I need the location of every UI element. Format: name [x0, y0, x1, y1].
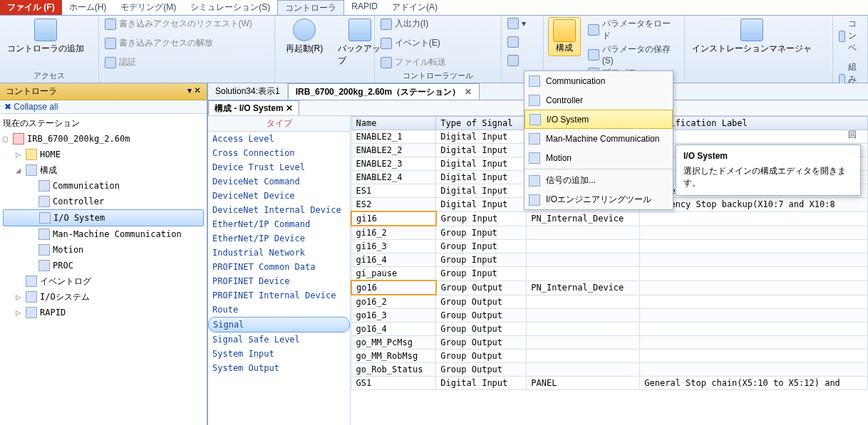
cell-name[interactable]: ENABLE2_1 [351, 130, 436, 144]
table-row[interactable]: go16_3Group Output [351, 309, 868, 322]
cell-name[interactable]: gi_pause [351, 267, 436, 281]
dd-communication[interactable]: Communication [525, 71, 673, 90]
misc1[interactable]: ▾ [506, 17, 527, 30]
restart-button[interactable]: 再起動(R) [279, 17, 329, 56]
cell-name[interactable]: go_Rob_Status [351, 363, 436, 377]
tree-config[interactable]: ◢構成 [3, 162, 204, 178]
tree-eventlog[interactable]: イベントログ [3, 273, 204, 289]
doc-tab-station[interactable]: IRB_6700_200kg_2.60m（ステーション）✕ [288, 83, 480, 100]
misc3[interactable] [506, 54, 520, 67]
tree-cfg-motion[interactable]: Motion [3, 242, 204, 258]
tab-sim[interactable]: シミュレーション(S) [183, 0, 277, 15]
tree-cfg-controller[interactable]: Controller [3, 194, 204, 209]
cell-name[interactable]: gi16_2 [351, 226, 436, 240]
dd-io-eng-tool[interactable]: I/Oエンジニアリングツール [525, 190, 673, 209]
cell-name[interactable]: go16_4 [351, 322, 436, 336]
tree-root[interactable]: ▢IRB_6700_200kg_2.60m [3, 131, 204, 147]
type-devicenet-device[interactable]: DeviceNet Device [208, 189, 350, 203]
dd-man-machine-communication[interactable]: Man-Machine Communication [525, 129, 673, 148]
table-row[interactable]: gi_pauseGroup Input [351, 267, 868, 281]
tab-file[interactable]: ファイル (F) [0, 0, 62, 15]
type-system-input[interactable]: System Input [208, 347, 350, 361]
type-ethernet-ip-device[interactable]: EtherNet/IP Device [208, 231, 350, 246]
collapse-all-link[interactable]: ✖ Collapse all [4, 102, 58, 112]
type-cross-connection[interactable]: Cross Connection [208, 146, 350, 160]
tree-cfg-proc[interactable]: PROC [3, 258, 204, 273]
tree-cfg-communication[interactable]: Communication [3, 178, 204, 194]
dd-motion[interactable]: Motion [525, 148, 673, 167]
tree-cfg-i-o-system[interactable]: I/O System [3, 209, 204, 226]
add-controller-button[interactable]: コントローラの追加 [4, 17, 87, 56]
cell-name[interactable]: gi16_3 [351, 240, 436, 253]
col-header[interactable]: Name [351, 117, 436, 130]
construct-button[interactable]: 構成 [548, 17, 581, 56]
type-signal-safe-level[interactable]: Signal Safe Level [208, 332, 350, 347]
doc-tab-solution[interactable]: Solution34:表示1 [208, 83, 288, 100]
cell-name[interactable]: ES2 [351, 198, 436, 212]
panel-close-icon[interactable]: ▾ ✕ [187, 85, 201, 98]
dd-controller[interactable]: Controller [525, 90, 673, 110]
cell-name[interactable]: go16_2 [351, 295, 436, 309]
type-profinet-internal-device[interactable]: PROFINET Internal Device [208, 288, 350, 303]
tab-modeling[interactable]: モデリング(M) [113, 0, 183, 15]
cell-name[interactable]: ENABLE2_2 [351, 144, 436, 157]
io-button[interactable]: 入出力(I) [379, 17, 430, 31]
dd-add-signal[interactable]: 信号の追加... [525, 171, 673, 190]
event-button[interactable]: イベント(E) [379, 36, 442, 50]
table-row[interactable]: gi16_3Group Input [351, 240, 868, 253]
type-industrial-network[interactable]: Industrial Network [208, 246, 350, 260]
table-row[interactable]: go16_2Group Output [351, 295, 868, 309]
type-system-output[interactable]: System Output [208, 361, 350, 375]
type-ethernet-ip-command[interactable]: EtherNet/IP Command [208, 217, 350, 231]
cell-name[interactable]: go16 [351, 280, 436, 295]
table-row[interactable]: gi16Group InputPN_Internal_Device [351, 211, 868, 226]
col-header[interactable]: Identification Label [640, 117, 868, 130]
tab-addin[interactable]: アドイン(A) [385, 0, 445, 15]
table-row[interactable]: go_MM_PcMsgGroup Output [351, 336, 868, 350]
save-params[interactable]: パラメータの保存(S) [587, 43, 680, 66]
install-mgr-button[interactable]: インストレーションマネージャ [689, 17, 815, 56]
table-row[interactable]: go_MM_RobMsgGroup Output [351, 350, 868, 363]
sub-tab-config[interactable]: 構成 - I/O System ✕ [208, 100, 299, 115]
type-route[interactable]: Route [208, 303, 350, 317]
tree-cfg-man-machine-communication[interactable]: Man-Machine Communication [3, 226, 204, 242]
cell-name[interactable]: go_MM_RobMsg [351, 350, 436, 363]
table-row[interactable]: go_Rob_StatusGroup Output [351, 363, 868, 377]
table-row[interactable]: gi16_2Group Input [351, 226, 868, 240]
dd-i-o-system[interactable]: I/O System [525, 110, 673, 129]
rel-write-access[interactable]: 書き込みアクセスの解放 [103, 36, 215, 50]
type-devicenet-internal-device[interactable]: DeviceNet Internal Device [208, 203, 350, 217]
auth[interactable]: 認証 [103, 56, 138, 69]
cell-name[interactable]: go16_3 [351, 309, 436, 322]
cell-name[interactable]: ENABLE2_3 [351, 157, 436, 171]
tab-rapid[interactable]: RAPID [344, 0, 385, 15]
type-signal[interactable]: Signal [208, 317, 350, 332]
tree-iosys[interactable]: ▷I/Oシステム [3, 289, 204, 305]
table-row[interactable]: go16_4Group Output [351, 322, 868, 336]
load-params[interactable]: パラメータをロード [587, 17, 680, 43]
type-devicenet-command[interactable]: DeviceNet Command [208, 174, 350, 189]
col-header[interactable]: Type of Signal [436, 117, 527, 130]
cell-name[interactable]: go_MM_PcMsg [351, 336, 436, 350]
type-profinet-common-data[interactable]: PROFINET Common Data [208, 260, 350, 274]
tree-rapid[interactable]: ▷RAPID [3, 305, 204, 320]
cell-name[interactable]: gi16 [351, 211, 436, 226]
cell-name[interactable]: ES1 [351, 184, 436, 198]
tab-controller[interactable]: コントローラ [277, 0, 344, 15]
type-profinet-device[interactable]: PROFINET Device [208, 274, 350, 288]
type-access-level[interactable]: Access Level [208, 132, 350, 146]
cell-name[interactable]: ENABLE2_4 [351, 171, 436, 184]
close-icon[interactable]: ✕ [286, 103, 293, 113]
misc2[interactable] [506, 36, 520, 48]
table-row[interactable]: go16Group OutputPN_Internal_Device [351, 280, 868, 295]
cell-name[interactable]: gi16_4 [351, 253, 436, 267]
file-transfer-button[interactable]: ファイル転送 [379, 56, 448, 69]
table-row[interactable]: GS1Digital InputPANELGeneral Stop chain(… [351, 377, 868, 390]
tab-home[interactable]: ホーム(H) [62, 0, 114, 15]
tree-home[interactable]: ▷HOME [3, 147, 204, 162]
req-write-access[interactable]: 書き込みアクセスのリクエスト(W) [103, 17, 254, 31]
cell-name[interactable]: GS1 [351, 377, 436, 390]
conv[interactable]: コンベ [837, 17, 863, 55]
type-device-trust-level[interactable]: Device Trust Level [208, 160, 350, 174]
table-row[interactable]: gi16_4Group Input [351, 253, 868, 267]
